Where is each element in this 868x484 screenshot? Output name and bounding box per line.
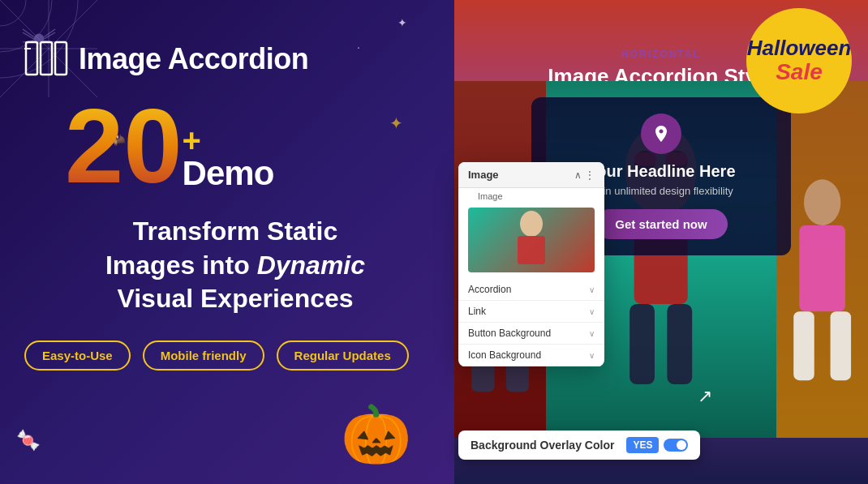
bottom-overlay-bar: Background Overlay Color YES: [458, 430, 700, 460]
svg-rect-14: [26, 42, 37, 75]
cursor-icon: ↗: [698, 386, 712, 407]
sidebar-icon-bg-label: Icon Background: [468, 349, 541, 361]
tag-mobile-friendly: Mobile friendly: [143, 341, 264, 370]
pin-icon: [651, 124, 671, 143]
headline-italic: Dynamic: [257, 251, 365, 280]
halloween-text: Halloween: [747, 36, 852, 60]
svg-rect-15: [41, 42, 52, 75]
pin-icon-circle: [641, 114, 681, 154]
bottom-bar-label: Background Overlay Color: [471, 439, 614, 452]
headline-line1: Transform Static: [24, 215, 446, 249]
sidebar-panel: Image ∧ ⋮ Image Accordion ∨ Link ∨ Butto…: [458, 162, 604, 366]
headline-line3: Visual Experiences: [24, 282, 446, 316]
button-bg-chevron-icon: ∨: [589, 329, 595, 338]
demo-label: Demo: [183, 156, 274, 191]
halloween-sale-badge: Halloween Sale: [746, 8, 852, 114]
sidebar-image-label: Image: [468, 191, 595, 204]
demo-count: 20: [65, 93, 183, 199]
sidebar-header: Image ∧ ⋮: [458, 162, 604, 188]
sidebar-header-title: Image: [468, 169, 499, 181]
toggle-yes-label[interactable]: YES: [626, 437, 659, 453]
accordion-chevron-icon: ∨: [589, 285, 595, 294]
svg-rect-33: [830, 311, 850, 380]
demo-number-section: 20 + Demo: [65, 93, 446, 199]
svg-rect-32: [793, 311, 814, 380]
sidebar-row-button-bg[interactable]: Button Background ∨: [458, 323, 604, 345]
image-label-section: Image: [458, 188, 604, 208]
sidebar-button-bg-label: Button Background: [468, 328, 551, 339]
sidebar-row-link[interactable]: Link ∨: [458, 301, 604, 323]
toggle-switch[interactable]: [664, 439, 688, 452]
sidebar-accordion-label: Accordion: [468, 284, 511, 295]
logo-icon: [24, 41, 69, 77]
toggle-thumb: [677, 440, 686, 450]
sidebar-row-icon-bg[interactable]: Icon Background ∨: [458, 345, 604, 366]
svg-rect-29: [668, 304, 693, 384]
svg-rect-28: [630, 304, 655, 384]
logo-text: Image Accordion: [79, 42, 308, 76]
svg-point-30: [804, 179, 840, 225]
pumpkin-decoration: 🎃: [341, 401, 411, 468]
plus-sign: +: [183, 124, 201, 156]
sidebar-header-icons: ∧ ⋮: [574, 169, 595, 181]
sidebar-link-label: Link: [468, 306, 486, 317]
svg-point-34: [520, 211, 543, 237]
headline-line2: Images into Dynamic: [24, 249, 446, 283]
icon-bg-chevron-icon: ∨: [589, 351, 595, 360]
candy-decoration: 🍬: [16, 429, 41, 452]
tag-regular-updates: Regular Updates: [277, 341, 409, 370]
get-started-button[interactable]: Get started now: [595, 209, 727, 239]
main-headline: Transform Static Images into Dynamic Vis…: [24, 215, 446, 316]
left-content-area: Image Accordion 20 + Demo Transform Stat…: [24, 41, 446, 370]
link-chevron-icon: ∨: [589, 307, 595, 316]
logo: Image Accordion: [24, 41, 446, 77]
sidebar-image-preview: [468, 208, 595, 272]
feature-tags: Easy-to-Use Mobile friendly Regular Upda…: [24, 341, 446, 370]
svg-rect-35: [518, 236, 545, 264]
sale-text: Sale: [776, 59, 823, 85]
demo-plus-wrapper: + Demo: [183, 124, 274, 191]
sidebar-row-accordion[interactable]: Accordion ∨: [458, 279, 604, 301]
tag-easy-to-use: Easy-to-Use: [24, 341, 131, 370]
more-options-icon[interactable]: ⋮: [585, 169, 595, 181]
svg-rect-31: [799, 225, 845, 311]
chevron-up-icon[interactable]: ∧: [574, 169, 582, 181]
svg-rect-16: [55, 42, 67, 75]
star-decoration-1: ✦: [397, 16, 407, 29]
toggle-group: YES: [626, 437, 688, 453]
